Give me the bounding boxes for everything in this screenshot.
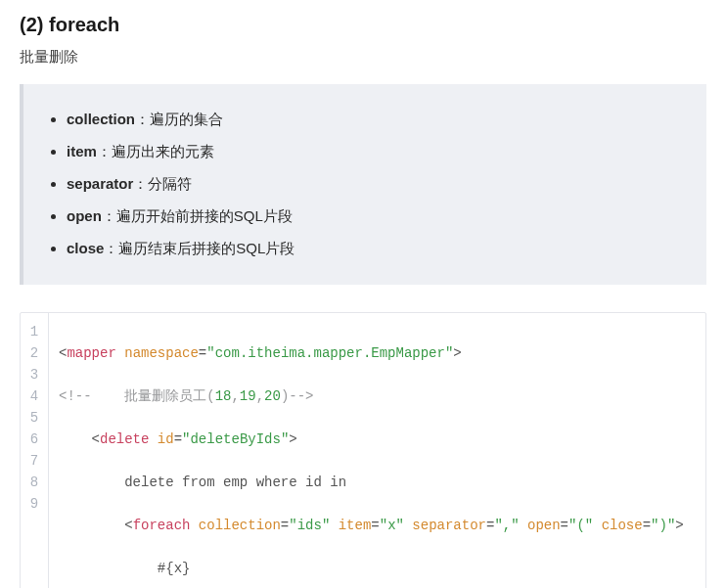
attr-term: open — [67, 207, 102, 224]
section-subtitle: 批量删除 — [20, 48, 706, 67]
attr-desc: 遍历结束后拼接的SQL片段 — [118, 240, 295, 256]
list-item: collection：遍历的集合 — [67, 104, 685, 136]
line-number: 2 — [21, 342, 48, 364]
code-block: 1 2 3 4 5 6 7 8 9 <mapper namespace="com… — [20, 312, 706, 588]
attr-term: close — [67, 240, 104, 256]
code-content: <mapper namespace="com.itheima.mapper.Em… — [48, 313, 705, 588]
attr-desc: 遍历出来的元素 — [112, 143, 214, 159]
attr-desc: 分隔符 — [148, 175, 192, 192]
line-number: 7 — [21, 450, 48, 472]
line-number: 1 — [21, 321, 48, 342]
line-number-gutter: 1 2 3 4 5 6 7 8 9 — [21, 313, 48, 588]
attr-desc: 遍历开始前拼接的SQL片段 — [116, 207, 293, 224]
attribute-info-box: collection：遍历的集合 item：遍历出来的元素 separator：… — [20, 84, 706, 285]
line-number: 5 — [21, 407, 48, 429]
line-number: 3 — [21, 364, 48, 385]
list-item: separator：分隔符 — [67, 168, 685, 201]
line-number: 4 — [21, 385, 48, 407]
attr-term: separator — [67, 175, 133, 192]
attr-desc: 遍历的集合 — [150, 111, 223, 127]
list-item: item：遍历出来的元素 — [67, 136, 685, 168]
line-number: 8 — [21, 472, 48, 493]
line-number: 6 — [21, 429, 48, 450]
list-item: close：遍历结束后拼接的SQL片段 — [67, 233, 685, 265]
attr-term: item — [67, 143, 97, 159]
attribute-list: collection：遍历的集合 item：遍历出来的元素 separator：… — [45, 104, 685, 265]
attr-term: collection — [67, 111, 135, 127]
list-item: open：遍历开始前拼接的SQL片段 — [67, 201, 685, 233]
section-heading: (2) foreach — [20, 14, 706, 36]
line-number: 9 — [21, 493, 48, 515]
